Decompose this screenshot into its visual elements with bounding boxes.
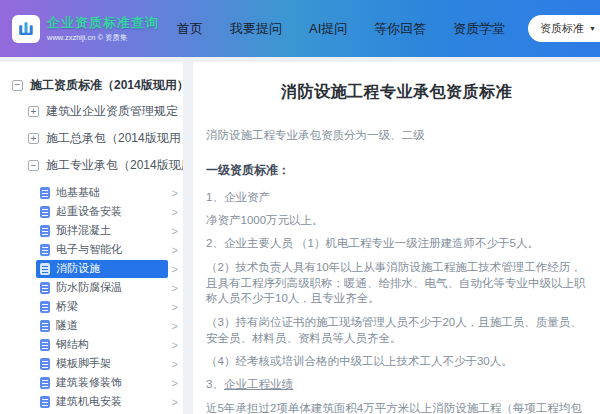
sidebar-item[interactable]: 隧道 <box>0 316 183 335</box>
sidebar-item[interactable]: 模板脚手架 <box>0 354 183 373</box>
sidebar-item-label: 电子与智能化 <box>56 242 122 257</box>
chevron-right-icon <box>168 320 178 332</box>
top-header: 企业资质标准查询 www.zxzhiji.cn © 资质集 首页 我要提问 AI… <box>0 0 600 57</box>
chevron-right-icon <box>168 339 178 351</box>
document-icon <box>40 358 50 370</box>
paragraph-text: 一级资质标准： <box>206 163 290 177</box>
paragraph-text: 1、企业资产 <box>206 191 270 203</box>
chevron-right-icon <box>168 187 178 199</box>
chevron-right-icon <box>168 263 178 275</box>
search-bar[interactable]: 资质标准 ▼ <box>528 15 600 42</box>
chevron-right-icon <box>168 301 178 313</box>
sidebar-item[interactable]: 地基基础 <box>0 183 183 202</box>
sidebar-group-item[interactable]: 施工专业承包（2014版现用） <box>0 152 183 179</box>
sidebar-item[interactable]: 钢结构 <box>0 335 183 354</box>
chevron-right-icon <box>168 396 178 408</box>
sidebar-root-label: 施工资质标准（2014版现用） <box>30 77 183 94</box>
sidebar-item[interactable]: 桥梁 <box>0 297 183 316</box>
expand-toggle-icon[interactable] <box>28 133 39 144</box>
sidebar-item-label: 地基基础 <box>56 185 100 200</box>
site-url: www.zxzhiji.cn © 资质集 <box>47 33 159 43</box>
paragraph-text: （3）持有岗位证书的施工现场管理人员不少于20人，且施工员、质量员、安全员、材料… <box>206 316 582 344</box>
sidebar-item[interactable]: 防水防腐保温 <box>0 278 183 297</box>
content-paragraph: （2）技术负责人具有10年以上从事消防设施工程施工技术管理工作经历，且具有工程序… <box>206 260 587 308</box>
content-paragraph: （3）持有岗位证书的施工现场管理人员不少于20人，且施工员、质量员、安全员、材料… <box>206 315 587 347</box>
nav-item-home[interactable]: 首页 <box>177 20 203 38</box>
document-icon <box>40 244 50 256</box>
content-paragraph: （4）经考核或培训合格的中级工以上技术工人不少于30人。 <box>206 354 587 370</box>
sidebar-item-label: 预拌混凝土 <box>56 223 111 238</box>
sidebar-leaf-list: 地基基础 起重设备安装 预拌混凝土 <box>0 183 183 414</box>
nav-item-ai[interactable]: AI提问 <box>309 20 347 38</box>
content-paragraph: 近5年承担过2项单体建筑面积4万平方米以上消防设施工程（每项工程均包含火灾自动报… <box>206 401 587 414</box>
sidebar-item-label: 钢结构 <box>56 337 89 352</box>
sidebar-group-label: 施工专业承包（2014版现用） <box>46 157 183 174</box>
document-icon <box>40 301 50 313</box>
chevron-right-icon <box>168 377 178 389</box>
paragraph-text: （2）技术负责人具有10年以上从事消防设施工程施工技术管理工作经历，且具有工程序… <box>206 261 586 305</box>
page-title: 消防设施工程专业承包资质标准 <box>206 82 587 103</box>
paragraph-text: 净资产1000万元以上。 <box>206 214 324 226</box>
sidebar-item[interactable]: 起重设备安装 <box>0 202 183 221</box>
document-icon <box>40 263 50 275</box>
content-card: 消防设施工程专业承包资质标准 消防设施工程专业承包资质分为一级、二级 一级资质标… <box>193 62 600 414</box>
caret-down-icon: ▼ <box>589 25 596 32</box>
chevron-right-icon <box>168 282 178 294</box>
nav-item-answers[interactable]: 等你回答 <box>374 20 426 38</box>
expand-toggle-icon[interactable] <box>28 106 39 117</box>
content-paragraph: 一级资质标准： <box>206 162 587 179</box>
paragraph-prefix: 3、 <box>206 378 224 390</box>
sidebar: 施工资质标准（2014版现用） 建筑业企业资质管理规定 施工总承包（2014版现… <box>0 62 183 414</box>
sidebar-group-item[interactable]: 建筑业企业资质管理规定 <box>0 98 183 125</box>
content-paragraph: 净资产1000万元以上。 <box>206 213 587 229</box>
chevron-right-icon <box>168 225 178 237</box>
document-icon <box>40 282 50 294</box>
site-title: 企业资质标准查询 <box>47 14 159 32</box>
logo-icon <box>12 15 40 43</box>
content-paragraph: 3、企业工程业绩 <box>206 377 587 393</box>
sidebar-item-label: 起重设备安装 <box>56 204 122 219</box>
document-icon <box>40 206 50 218</box>
sidebar-item-label: 消防设施 <box>56 261 100 276</box>
chevron-right-icon <box>168 358 178 370</box>
article-body: 一级资质标准： 1、企业资产 净资产1000万元以上。 2、企业主要人员 （1）… <box>206 162 587 414</box>
sidebar-item[interactable]: 电子与智能化 <box>0 240 183 259</box>
document-icon <box>40 225 50 237</box>
nav-item-ask[interactable]: 我要提问 <box>230 20 282 38</box>
paragraph-text: （4）经考核或培训合格的中级工以上技术工人不少于30人。 <box>206 355 513 367</box>
sidebar-group-label: 施工总承包（2014版现用） <box>46 130 183 147</box>
content-paragraph: 1、企业资产 <box>206 190 587 206</box>
business-record-link[interactable]: 企业工程业绩 <box>224 378 293 390</box>
sidebar-item[interactable]: 预拌混凝土 <box>0 221 183 240</box>
intro-text: 消防设施工程专业承包资质分为一级、二级 <box>206 127 587 143</box>
sidebar-group-item[interactable]: 施工总承包（2014版现用） <box>0 125 183 152</box>
main-nav: 首页 我要提问 AI提问 等你回答 资质学堂 <box>177 20 505 38</box>
paragraph-text: 2、企业主要人员 （1）机电工程专业一级注册建造师不少于5人。 <box>206 237 539 249</box>
document-icon <box>40 377 50 389</box>
document-icon <box>40 396 50 408</box>
sidebar-item-label: 防水防腐保温 <box>56 280 122 295</box>
sidebar-item-label: 建筑装修装饰 <box>56 375 122 390</box>
sidebar-item-label: 建筑机电安装 <box>56 394 122 409</box>
sidebar-group-list: 建筑业企业资质管理规定 施工总承包（2014版现用） 施工专业承包（2014版现… <box>0 98 183 179</box>
chevron-right-icon <box>168 206 178 218</box>
document-icon <box>40 320 50 332</box>
sidebar-item[interactable]: 建筑装修装饰 <box>0 373 183 392</box>
chevron-right-icon <box>168 244 178 256</box>
expand-toggle-icon[interactable] <box>28 160 39 171</box>
content-paragraph: 2、企业主要人员 （1）机电工程专业一级注册建造师不少于5人。 <box>206 236 587 252</box>
document-icon <box>40 339 50 351</box>
sidebar-item-label: 桥梁 <box>56 299 78 314</box>
paragraph-text: 近5年承担过2项单体建筑面积4万平方米以上消防设施工程（每项工程均包含火灾自动报… <box>206 402 586 414</box>
nav-item-school[interactable]: 资质学堂 <box>453 20 505 38</box>
search-category-dropdown[interactable]: 资质标准 <box>540 21 584 36</box>
collapse-toggle-icon[interactable] <box>12 80 23 91</box>
document-icon <box>40 187 50 199</box>
sidebar-item[interactable]: 消防设施 <box>0 259 183 278</box>
sidebar-root-item[interactable]: 施工资质标准（2014版现用） <box>0 72 183 98</box>
sidebar-group-label: 建筑业企业资质管理规定 <box>46 103 178 120</box>
sidebar-item[interactable]: 建筑机电安装 <box>0 392 183 411</box>
site-logo[interactable]: 企业资质标准查询 www.zxzhiji.cn © 资质集 <box>12 14 159 43</box>
sidebar-item-label: 模板脚手架 <box>56 356 111 371</box>
sidebar-item-label: 隧道 <box>56 318 78 333</box>
